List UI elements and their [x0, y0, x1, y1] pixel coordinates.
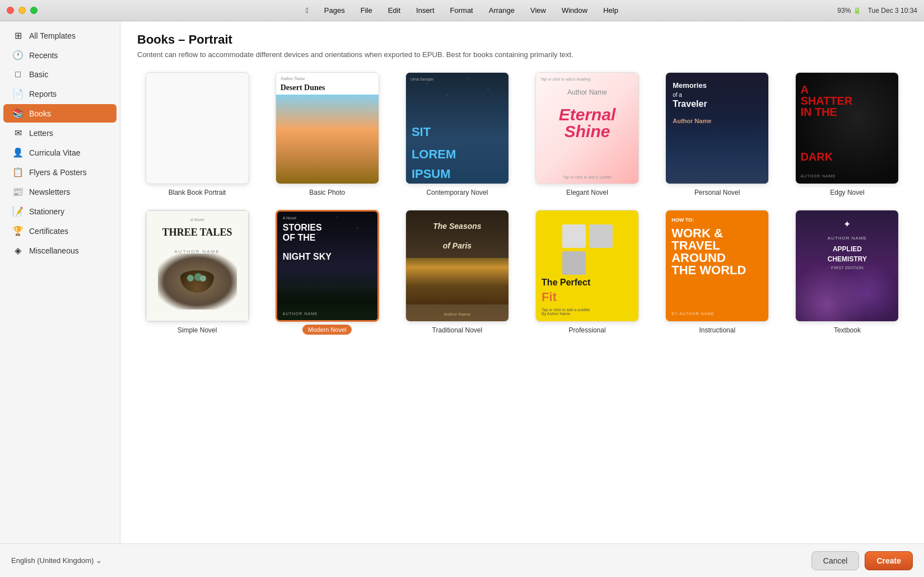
- template-item-textbook[interactable]: ✦ AUTHOR NAME APPLIED CHEMISTRY FIRST ED…: [787, 210, 907, 335]
- sidebar-label-stationery: Stationery: [29, 207, 64, 216]
- minimize-button[interactable]: [18, 7, 26, 14]
- tap-heading-label: Tap or click to add a heading: [540, 77, 590, 81]
- traditional-paris: of Paris: [412, 241, 503, 250]
- maximize-button[interactable]: [30, 7, 38, 14]
- sidebar-item-flyers-posters[interactable]: 📋 Flyers & Posters: [3, 163, 116, 181]
- sidebar-item-letters[interactable]: ✉ Letters: [3, 124, 116, 142]
- lorem-text: LOREM: [412, 148, 456, 161]
- sidebar-item-curricula-vitae[interactable]: 👤 Curricula Vitae: [3, 143, 116, 162]
- sidebar-label-miscellaneous: Miscellaneous: [29, 246, 79, 255]
- system-icons: 93% 🔋 Tue Dec 3 10:34: [837, 7, 917, 15]
- template-thumb-elegant[interactable]: Tap or click to add a heading Author Nam…: [535, 72, 639, 184]
- titlebar:  Pages File Edit Insert Format Arrange …: [0, 0, 924, 21]
- template-thumb-modern[interactable]: A Novel STORIESOF THE NIGHT SKY AUTHOR N…: [276, 210, 379, 322]
- sidebar-item-reports[interactable]: 📄 Reports: [3, 85, 116, 103]
- cancel-button[interactable]: Cancel: [811, 551, 860, 570]
- template-item-basic-photo[interactable]: Author Name Desert Dunes Basic Photo: [267, 72, 387, 196]
- template-item-modern-novel[interactable]: A Novel STORIESOF THE NIGHT SKY AUTHOR N…: [267, 210, 387, 335]
- books-icon: 📚: [12, 108, 24, 119]
- ipsum-text: IPSUM: [412, 167, 451, 181]
- close-button[interactable]: [7, 7, 14, 14]
- basic-icon: □: [12, 69, 24, 79]
- menu-edit[interactable]: Edit: [386, 5, 403, 16]
- template-label-traditional: Traditional Novel: [432, 326, 483, 334]
- datetime: Tue Dec 3 10:34: [868, 7, 917, 15]
- sidebar-label-curricula-vitae: Curricula Vitae: [29, 148, 81, 157]
- desert-image: [276, 95, 379, 184]
- menu-pages[interactable]: Pages: [322, 5, 347, 16]
- template-label-instructional: Instructional: [699, 326, 735, 334]
- textbook-icon: ✦: [796, 219, 898, 229]
- template-thumb-edgy[interactable]: ASHATTERIN THE DARK AUTHOR NAME: [795, 72, 899, 184]
- template-label-contemporary: Contemporary Novel: [426, 189, 488, 196]
- template-grid: Blank Book Portrait Author Name Desert D…: [137, 72, 907, 335]
- template-thumb-blank[interactable]: [146, 72, 249, 184]
- template-item-contemporary-novel[interactable]: Urna Semper SIT LOREM IPSUM Contemporary…: [397, 72, 517, 196]
- nest-image: [158, 254, 237, 309]
- sidebar-label-newsletters: Newsletters: [29, 187, 70, 196]
- sidebar-item-books[interactable]: 📚 Books: [3, 104, 116, 123]
- traditional-photo: [406, 258, 508, 304]
- sidebar-item-certificates[interactable]: 🏆 Certificates: [3, 222, 116, 240]
- sidebar-item-basic[interactable]: □ Basic: [3, 65, 116, 83]
- template-thumb-basic-photo[interactable]: Author Name Desert Dunes: [276, 72, 379, 184]
- template-item-traditional-novel[interactable]: The Seasons of Paris Author Name Traditi…: [397, 210, 517, 335]
- edgy-dark: DARK: [800, 151, 833, 162]
- menu-apple[interactable]: : [304, 5, 311, 16]
- menu-window[interactable]: Window: [559, 5, 590, 16]
- template-label-textbook: Textbook: [834, 326, 861, 334]
- template-thumb-simple[interactable]: A Novel THREE TALES AUTHOR NAME: [146, 210, 249, 322]
- template-item-simple-novel[interactable]: A Novel THREE TALES AUTHOR NAME Simple N…: [137, 210, 257, 335]
- template-thumb-contemporary[interactable]: Urna Semper SIT LOREM IPSUM: [405, 72, 509, 184]
- template-thumb-textbook[interactable]: ✦ AUTHOR NAME APPLIED CHEMISTRY FIRST ED…: [795, 210, 899, 322]
- menu-arrange[interactable]: Arrange: [487, 5, 517, 16]
- mountain-image: [666, 116, 768, 184]
- textbook-author: AUTHOR NAME: [796, 236, 898, 241]
- simple-a-novel: A Novel: [147, 218, 248, 222]
- sidebar-label-flyers-posters: Flyers & Posters: [29, 168, 87, 177]
- language-selector[interactable]: English (United Kingdom) ⌄: [11, 556, 102, 565]
- create-button[interactable]: Create: [865, 551, 913, 570]
- menu-insert[interactable]: Insert: [414, 5, 437, 16]
- main-content: Books – Portrait Content can reflow to a…: [120, 21, 924, 543]
- instructional-work: WORK &TRAVELAROUNDTHE WORLD: [671, 227, 763, 276]
- app-body: ⊞ All Templates 🕐 Recents □ Basic 📄 Repo…: [0, 21, 924, 543]
- menu-format[interactable]: Format: [448, 5, 475, 16]
- template-item-edgy-novel[interactable]: ASHATTERIN THE DARK AUTHOR NAME Edgy Nov…: [787, 72, 907, 196]
- sidebar-item-newsletters[interactable]: 📰 Newsletters: [3, 182, 116, 201]
- svg-rect-3: [589, 251, 613, 275]
- menu-file[interactable]: File: [358, 5, 375, 16]
- sidebar-item-stationery[interactable]: 📝 Stationery: [3, 202, 116, 221]
- elegant-subtitle: Tap or click to add a subtitle: [540, 175, 634, 179]
- clock-icon: 🕐: [12, 50, 24, 60]
- menu-view[interactable]: View: [528, 5, 548, 16]
- bottom-buttons: Cancel Create: [811, 551, 913, 570]
- template-item-elegant-novel[interactable]: Tap or click to add a heading Author Nam…: [528, 72, 647, 196]
- sidebar-item-all-templates[interactable]: ⊞ All Templates: [3, 26, 116, 45]
- sidebar-label-reports: Reports: [29, 90, 57, 98]
- textbook-chemistry: CHEMISTRY: [796, 255, 898, 263]
- sidebar-item-miscellaneous[interactable]: ◈ Miscellaneous: [3, 241, 116, 260]
- elegant-shine: EternalShine: [540, 106, 634, 140]
- template-label-personal: Personal Novel: [694, 189, 740, 196]
- professional-the-perfect: The Perfect: [542, 278, 633, 288]
- template-item-instructional[interactable]: HOW TO: WORK &TRAVELAROUNDTHE WORLD BY A…: [657, 210, 777, 335]
- desert-title: Desert Dunes: [276, 82, 379, 95]
- menu-help[interactable]: Help: [601, 5, 620, 16]
- simple-three-tales: THREE TALES: [147, 227, 248, 238]
- template-thumb-professional[interactable]: The Perfect Fit Tap or click to add a su…: [535, 210, 639, 322]
- modern-badge: Modern Novel: [302, 325, 352, 335]
- sidebar-item-recents[interactable]: 🕐 Recents: [3, 46, 116, 64]
- svg-rect-1: [589, 224, 613, 248]
- template-item-personal-novel[interactable]: Memoriesof aTraveler Author Name Persona…: [657, 72, 777, 196]
- template-item-blank-book-portrait[interactable]: Blank Book Portrait: [137, 72, 257, 196]
- template-thumb-instructional[interactable]: HOW TO: WORK &TRAVELAROUNDTHE WORLD BY A…: [665, 210, 769, 322]
- template-thumb-personal[interactable]: Memoriesof aTraveler Author Name: [665, 72, 769, 184]
- template-thumb-traditional[interactable]: The Seasons of Paris Author Name: [405, 210, 509, 322]
- flyers-icon: 📋: [12, 167, 24, 177]
- personal-title: Memoriesof aTraveler: [673, 81, 762, 109]
- certificates-icon: 🏆: [12, 226, 24, 236]
- template-label-basic-photo: Basic Photo: [309, 189, 345, 196]
- template-label-professional: Professional: [569, 326, 606, 334]
- template-item-professional[interactable]: The Perfect Fit Tap or click to add a su…: [528, 210, 647, 335]
